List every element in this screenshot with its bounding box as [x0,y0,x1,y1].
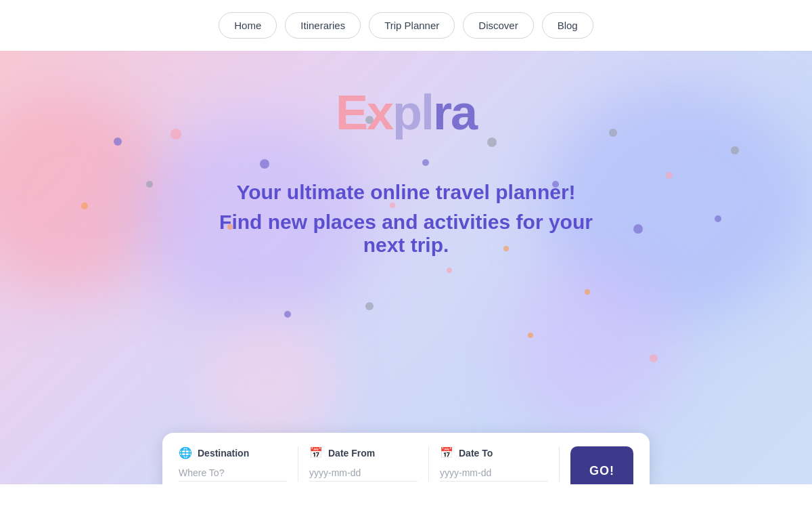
globe-icon: 🌐 [179,446,192,459]
hero-section: Explra Your ultimate online travel plann… [0,51,812,484]
nav-item-trip-planner[interactable]: Trip Planner [369,12,455,39]
hero-tagline: Your ultimate online travel planner! Fin… [219,181,593,257]
date-from-input[interactable] [309,465,418,482]
nav-item-discover[interactable]: Discover [463,12,533,39]
map-dot-20 [284,311,291,318]
map-dot-18 [447,268,452,273]
destination-label: 🌐 Destination [179,446,287,459]
blob-lavender [508,261,677,430]
logo-part-ex: Ex [336,85,392,140]
map-dot-22 [650,354,658,362]
date-to-field: 📅 Date To [429,446,560,482]
logo: Explra [336,85,476,140]
calendar-from-icon: 📅 [309,446,323,459]
destination-field: 🌐 Destination [179,446,298,482]
hero-content: Explra Your ultimate online travel plann… [0,51,812,257]
calendar-to-icon: 📅 [440,446,453,459]
logo-part-ira: ra [433,85,476,140]
logo-part-pl: pl [392,85,433,140]
search-bar: 🌐 Destination 📅 Date From 📅 Date To [162,433,650,484]
search-fields: 🌐 Destination 📅 Date From 📅 Date To [179,446,633,484]
map-dot-15 [585,289,590,295]
date-from-label-text: Date From [328,448,375,459]
date-to-label-text: Date To [459,448,493,459]
date-from-field: 📅 Date From [298,446,429,482]
go-button[interactable]: GO! [570,446,633,484]
tagline-line2: Find new places and activities for your … [219,211,593,257]
tagline-line3-text: next trip. [363,234,449,256]
destination-input[interactable] [179,465,287,482]
nav-item-home[interactable]: Home [219,12,277,39]
navbar: HomeItinerariesTrip PlannerDiscoverBlog [0,0,812,51]
date-from-label: 📅 Date From [309,446,418,459]
nav-item-itineraries[interactable]: Itineraries [285,12,361,39]
nav-item-blog[interactable]: Blog [542,12,593,39]
tagline-line2-text: Find new places and activities for your [219,211,593,233]
destination-label-text: Destination [198,448,249,459]
date-to-input[interactable] [440,465,548,482]
date-to-label: 📅 Date To [440,446,548,459]
tagline-line1: Your ultimate online travel planner! [219,181,593,204]
blob-rose [203,315,338,450]
map-dot-21 [528,333,533,338]
